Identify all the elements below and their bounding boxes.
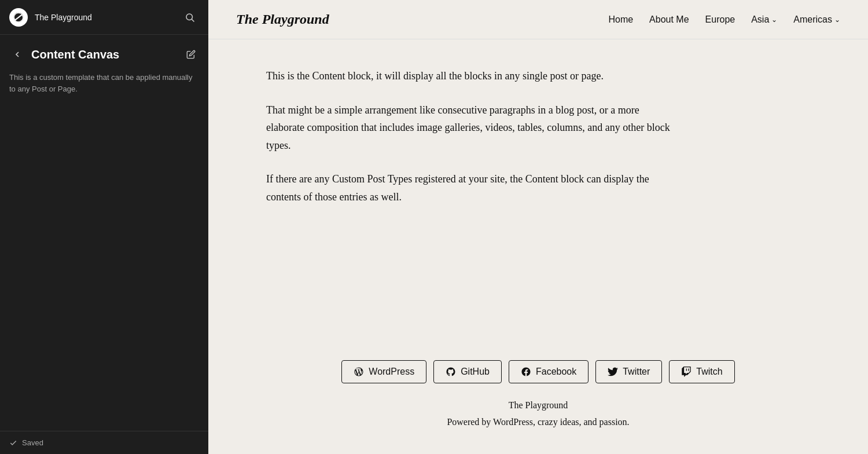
facebook-button[interactable]: Facebook <box>509 360 589 383</box>
github-icon <box>446 367 456 377</box>
nav-asia[interactable]: Asia ⌄ <box>751 14 777 25</box>
sidebar-content: Content Canvas This is a custom template… <box>0 35 208 431</box>
sidebar-topbar: The Playground <box>0 0 208 35</box>
template-description: This is a custom template that can be ap… <box>9 72 199 94</box>
facebook-icon <box>521 367 531 377</box>
sidebar: The Playground Content Canvas T <box>0 0 208 454</box>
site-header: The Playground Home About Me Europe Asia… <box>208 0 868 39</box>
footer-text: The Playground Powered by WordPress, cra… <box>447 397 629 431</box>
site-logo: The Playground <box>236 12 329 27</box>
check-icon <box>9 439 17 447</box>
content-area: This is the Content block, it will displ… <box>208 39 729 337</box>
sidebar-header: Content Canvas <box>9 46 199 63</box>
footer-tagline: Powered by WordPress, crazy ideas, and p… <box>447 414 629 431</box>
site-footer: WordPress GitHub Facebook <box>208 337 868 454</box>
twitter-button[interactable]: Twitter <box>595 360 662 383</box>
americas-chevron-icon: ⌄ <box>834 16 840 24</box>
site-nav: Home About Me Europe Asia ⌄ Americas ⌄ <box>608 14 840 25</box>
nav-home[interactable]: Home <box>608 14 633 25</box>
svg-point-1 <box>186 14 193 20</box>
saved-status: Saved <box>0 431 208 454</box>
social-buttons: WordPress GitHub Facebook <box>341 360 734 383</box>
template-heading: Content Canvas <box>31 48 177 61</box>
content-paragraph-2: That might be a simple arrangement like … <box>266 101 671 155</box>
twitter-icon <box>608 367 618 377</box>
app-title: The Playground <box>35 13 174 22</box>
twitch-icon <box>681 367 692 377</box>
wordpress-button[interactable]: WordPress <box>341 360 426 383</box>
content-paragraph-1: This is the Content block, it will displ… <box>266 67 671 85</box>
saved-label: Saved <box>22 438 43 447</box>
svg-line-2 <box>192 19 194 21</box>
nav-about-me[interactable]: About Me <box>649 14 689 25</box>
wordpress-icon <box>354 367 364 377</box>
twitch-button[interactable]: Twitch <box>669 360 734 383</box>
footer-site-name: The Playground <box>447 397 629 414</box>
main-preview: The Playground Home About Me Europe Asia… <box>208 0 868 454</box>
content-paragraph-3: If there are any Custom Post Types regis… <box>266 170 671 206</box>
edit-button[interactable] <box>183 46 199 63</box>
asia-chevron-icon: ⌄ <box>771 16 777 24</box>
nav-europe[interactable]: Europe <box>705 14 735 25</box>
search-button[interactable] <box>181 8 199 27</box>
wp-logo <box>9 8 28 27</box>
back-button[interactable] <box>9 46 25 63</box>
github-button[interactable]: GitHub <box>433 360 502 383</box>
nav-americas[interactable]: Americas ⌄ <box>793 14 840 25</box>
